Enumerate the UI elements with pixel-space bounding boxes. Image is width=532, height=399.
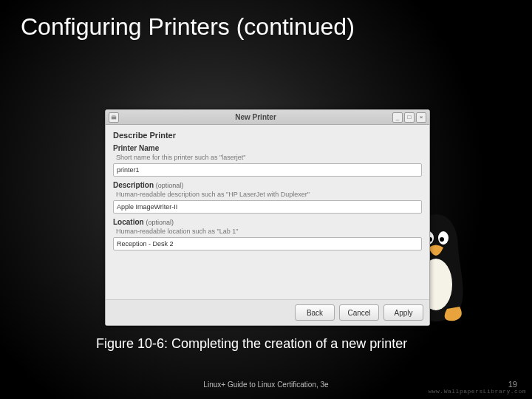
description-optional: (optional) <box>156 182 184 189</box>
description-input[interactable] <box>113 200 422 214</box>
figure-caption: Figure 10-6: Completing the creation of … <box>96 336 407 352</box>
svg-rect-7 <box>112 115 116 116</box>
window-body: Describe Printer Printer Name Short name… <box>106 125 429 299</box>
svg-point-5 <box>440 237 444 242</box>
description-label-text: Description <box>113 181 154 189</box>
location-hint: Human-readable location such as "Lab 1" <box>116 228 422 235</box>
apply-button[interactable]: Apply <box>383 304 423 321</box>
slide-title: Configuring Printers (continued) <box>0 0 532 41</box>
minimize-button[interactable]: _ <box>392 112 403 123</box>
svg-point-3 <box>438 231 449 245</box>
description-hint: Human-readable description such as "HP L… <box>116 191 422 198</box>
back-button[interactable]: Back <box>295 304 335 321</box>
location-optional: (optional) <box>146 219 174 226</box>
new-printer-window: New Printer _ □ × Describe Printer Print… <box>105 109 430 326</box>
close-button[interactable]: × <box>416 112 426 123</box>
location-label: Location (optional) <box>113 218 422 226</box>
printer-name-label: Printer Name <box>113 144 422 152</box>
printer-name-hint: Short name for this printer such as "las… <box>116 154 422 161</box>
window-title: New Printer <box>119 113 392 121</box>
app-icon <box>109 112 119 123</box>
maximize-button[interactable]: □ <box>404 112 415 123</box>
button-bar: Back Cancel Apply <box>106 299 429 325</box>
watermark: www.WallpapersLibrary.com <box>428 388 526 395</box>
location-input[interactable] <box>113 237 422 250</box>
titlebar: New Printer _ □ × <box>106 110 429 125</box>
printer-name-input[interactable] <box>113 163 422 177</box>
description-label: Description (optional) <box>113 181 422 189</box>
section-heading: Describe Printer <box>113 131 422 140</box>
cancel-button[interactable]: Cancel <box>339 304 379 321</box>
location-label-text: Location <box>113 218 144 226</box>
